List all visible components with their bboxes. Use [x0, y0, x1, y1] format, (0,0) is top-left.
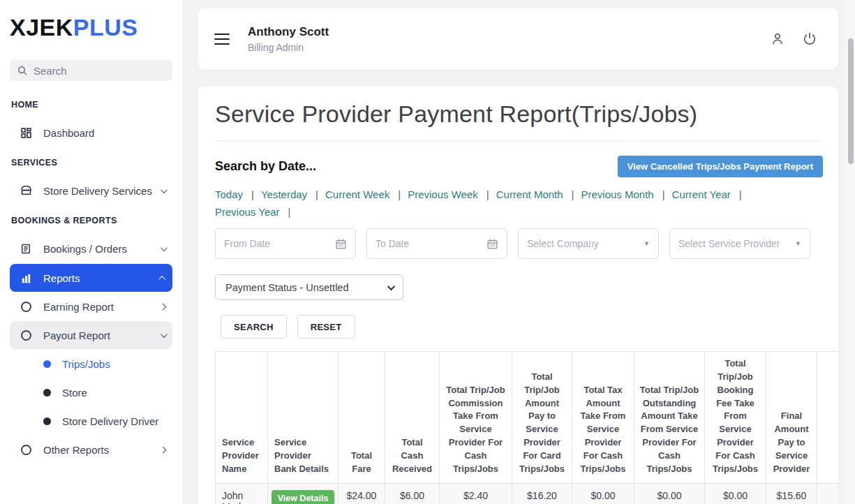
sidebar-subitem-store[interactable]: Store — [10, 383, 172, 402]
user-name: Anthony Scott — [248, 25, 329, 39]
caret-down-icon: ▼ — [644, 240, 650, 247]
select-service-provider-dropdown[interactable]: Select Service Provider ▼ — [669, 228, 810, 259]
chevron-down-icon — [161, 244, 168, 251]
sidebar-subitem-label: Store — [62, 387, 87, 399]
quick-date-links: Today| Yesterday| Current Week| Previous… — [215, 188, 829, 218]
bar-chart-icon — [18, 272, 34, 284]
user-role: Billing Admin — [248, 42, 329, 53]
cell-bank-details: View Details — [268, 483, 339, 504]
sidebar-item-earning-report[interactable]: Earning Report — [10, 297, 172, 316]
to-date-input[interactable] — [376, 238, 486, 249]
view-details-button[interactable]: View Details — [272, 490, 335, 504]
chevron-down-icon — [161, 331, 168, 338]
chevron-down-icon — [161, 186, 168, 193]
col-clipped — [817, 352, 839, 484]
section-label-services: SERVICES — [11, 156, 171, 169]
col-total-cash-received: Total Cash Received — [385, 352, 440, 484]
chevron-right-icon — [160, 303, 167, 310]
sidebar-item-reports[interactable]: Reports — [10, 264, 172, 292]
col-outstanding-cash: Total Trip/Job Outstanding Amount Take F… — [634, 352, 705, 484]
from-date-field[interactable] — [215, 228, 356, 259]
section-label-bookings-reports: BOOKINGS & REPORTS — [11, 214, 171, 227]
hamburger-menu-icon[interactable] — [214, 30, 232, 47]
payment-status-select[interactable]: Payment Status - Unsettled — [215, 274, 403, 300]
cell-amount-card: $16.20 — [512, 483, 572, 504]
chevron-down-icon — [387, 282, 395, 290]
circle-icon — [18, 302, 34, 312]
circle-icon — [18, 445, 34, 455]
date-link-previous-month[interactable]: Previous Month — [581, 188, 653, 200]
sidebar-item-bookings-orders[interactable]: Bookings / Orders — [10, 239, 172, 258]
top-bar: Anthony Scott Billing Admin — [198, 8, 838, 70]
profile-icon[interactable] — [770, 31, 785, 47]
user-block: Anthony Scott Billing Admin — [248, 25, 329, 53]
separator: | — [315, 188, 318, 200]
dot-icon — [43, 360, 51, 368]
date-link-current-year[interactable]: Current Year — [672, 188, 731, 200]
calendar-icon — [335, 238, 347, 250]
reset-button[interactable]: RESET — [297, 315, 355, 339]
page-title: Service Provider Payment Report(Trips/Jo… — [215, 101, 838, 128]
cell-commission-cash: $2.40 — [440, 483, 512, 504]
sidebar-item-label: Store Delivery Services — [43, 185, 161, 197]
date-link-yesterday[interactable]: Yesterday — [261, 188, 307, 200]
col-tax-cash: Total Tax Amount Take From Service Provi… — [572, 352, 634, 484]
separator: | — [251, 188, 254, 200]
storefront-icon — [18, 184, 34, 197]
select-service-provider-value: Select Service Provider — [678, 238, 780, 249]
select-company-value: Select Company — [527, 238, 599, 249]
logo-text-black: XJEK — [10, 14, 73, 41]
view-cancelled-report-button[interactable]: View Cancelled Trips/Jobs Payment Report — [618, 156, 823, 177]
sidebar: XJEKPLUS HOME Dashboard SERVICES Store D… — [0, 0, 182, 504]
date-link-today[interactable]: Today — [215, 188, 243, 200]
sidebar-subitem-trips-jobs[interactable]: Trips/Jobs — [10, 354, 172, 373]
date-link-current-month[interactable]: Current Month — [496, 188, 563, 200]
col-bank-details: Service Provider Bank Details — [268, 352, 339, 484]
circle-icon — [18, 330, 34, 341]
search-icon — [17, 65, 28, 76]
date-link-previous-week[interactable]: Previous Week — [408, 188, 478, 200]
payment-status-value: Payment Status - Unsettled — [225, 282, 349, 293]
search-button[interactable]: SEARCH — [221, 315, 287, 339]
table-header-row: Service Provider Name Service Provider B… — [216, 352, 839, 484]
col-service-provider-name: Service Provider Name — [216, 352, 268, 484]
separator: | — [398, 188, 401, 200]
cell-outstanding-cash: $0.00 — [634, 483, 705, 504]
dashboard-icon — [18, 127, 34, 139]
caret-down-icon: ▼ — [795, 240, 801, 247]
logout-power-icon[interactable] — [802, 31, 817, 47]
separator: | — [662, 188, 665, 200]
sidebar-search[interactable] — [10, 60, 172, 81]
from-date-input[interactable] — [224, 238, 335, 249]
sidebar-item-label: Bookings / Orders — [43, 243, 161, 255]
col-final-amount: Final Amount Pay to Service Provider — [766, 352, 817, 484]
sidebar-subitem-label: Store Delivery Driver — [62, 415, 158, 427]
sidebar-item-label: Reports — [43, 272, 161, 284]
dot-icon — [43, 417, 51, 425]
to-date-field[interactable] — [366, 228, 507, 259]
report-table-wrap[interactable]: Service Provider Name Service Provider B… — [215, 351, 838, 504]
sidebar-subitem-store-delivery-driver[interactable]: Store Delivery Driver — [10, 411, 172, 431]
table-row: John Mark View Details $24.00 $6.00 $2.4… — [216, 483, 839, 504]
sidebar-item-label: Earning Report — [43, 301, 161, 313]
date-link-previous-year[interactable]: Previous Year — [215, 206, 280, 218]
separator: | — [739, 188, 742, 200]
sidebar-item-store-delivery-services[interactable]: Store Delivery Services — [10, 181, 172, 200]
section-label-home: HOME — [11, 98, 171, 111]
separator: | — [486, 188, 489, 200]
sidebar-item-label: Other Reports — [43, 444, 161, 456]
chevron-right-icon — [160, 446, 167, 453]
search-input[interactable] — [34, 65, 165, 77]
calendar-icon — [486, 238, 498, 250]
sidebar-item-payout-report[interactable]: Payout Report — [10, 321, 172, 349]
separator: | — [288, 206, 291, 218]
scrollbar-thumb[interactable] — [848, 38, 854, 164]
page-scrollbar[interactable] — [846, 0, 855, 504]
orders-document-icon — [18, 243, 34, 255]
sidebar-item-label: Dashboard — [43, 127, 165, 139]
app-logo[interactable]: XJEKPLUS — [10, 11, 182, 43]
sidebar-item-other-reports[interactable]: Other Reports — [10, 440, 172, 459]
select-company-dropdown[interactable]: Select Company ▼ — [518, 228, 659, 259]
sidebar-item-dashboard[interactable]: Dashboard — [10, 123, 172, 142]
date-link-current-week[interactable]: Current Week — [325, 188, 389, 200]
